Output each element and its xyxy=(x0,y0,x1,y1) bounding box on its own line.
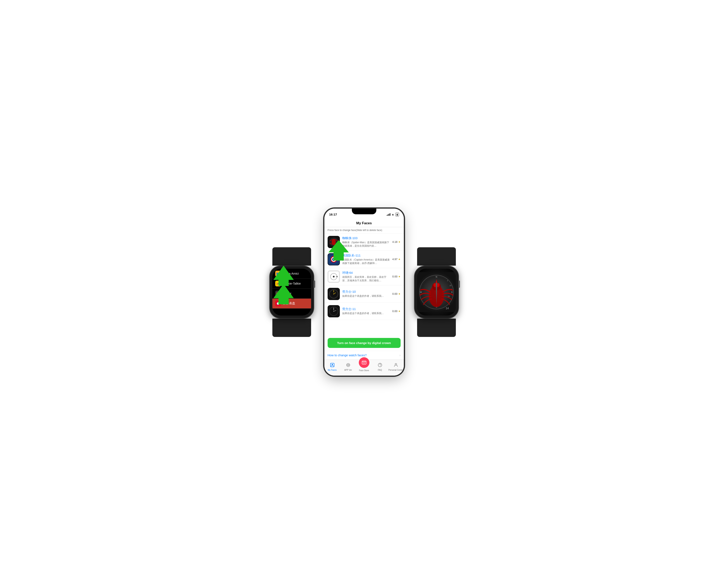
svg-text:E: E xyxy=(451,291,452,293)
face-desc-1: 蜘蛛侠（Spider-Man）是美国漫威漫画旗下超级英雄，是住在美国纽约皇… xyxy=(342,241,391,248)
face-item-1[interactable]: 蜘蛛侠-103 蜘蛛侠（Spider-Man）是美国漫威漫画旗下超级英雄，是住在… xyxy=(324,233,404,251)
face-desc-3: 就我而言，喜欢简单，喜欢安静，喜欢宇宙，灵魂来自于太阳系，我们都在… xyxy=(342,275,391,282)
svg-point-41 xyxy=(380,366,381,366)
svg-text:W: W xyxy=(420,291,422,293)
face-title-1: 蜘蛛侠-103 xyxy=(342,236,391,240)
watch-crown-left xyxy=(314,280,315,288)
face-item-5[interactable]: 劳力士-11 如果你是这个表盘的作者，请联系我… 0.00 ✦ xyxy=(324,303,404,320)
page-title: My Faces xyxy=(324,219,404,227)
status-icons: ▲ ▮ xyxy=(387,213,399,216)
rating-value-5: 0.00 xyxy=(392,310,397,313)
battery-icon: ▮ xyxy=(395,213,399,216)
svg-point-26 xyxy=(333,294,334,294)
spiderman-watch-face: N S W E 4 20 15 55 xyxy=(417,269,456,315)
watch-body-left: 👥 Trova Amici 📻 Walkie-Talkie 💳 Wallet ⌚… xyxy=(269,266,314,318)
signal-bar-1 xyxy=(387,215,387,216)
svg-text:4: 4 xyxy=(447,280,448,282)
watch-body-right: N S W E 4 20 15 55 xyxy=(414,266,459,318)
face-item-3[interactable]: 环绕-64 就我而言，喜欢简单，喜欢安静，喜欢宇宙，灵魂来自于太阳系，我们都在…… xyxy=(324,268,404,285)
face-desc-5: 如果你是这个表盘的作者，请联系我… xyxy=(342,312,391,315)
jing-icon: ⌚ xyxy=(275,301,281,306)
watch-left: 👥 Trova Amici 📻 Walkie-Talkie 💳 Wallet ⌚… xyxy=(269,247,314,337)
face-thumb-1 xyxy=(328,236,340,248)
wifi-icon: ▲ xyxy=(392,213,394,216)
wallet-icon: 💳 xyxy=(275,291,281,296)
tab-app-ver[interactable]: APP Ver xyxy=(340,362,356,371)
tab-faq-label: FAQ xyxy=(378,369,382,371)
svg-point-18 xyxy=(333,276,335,277)
tab-app-ver-label: APP Ver xyxy=(344,369,352,371)
watch-screen-right: N S W E 4 20 15 55 xyxy=(417,269,456,315)
face-item-2[interactable]: 美国队长-111 美国队长（Captain America）是美国漫威漫画旗下超… xyxy=(324,251,404,268)
star-icon-5: ✦ xyxy=(398,310,400,313)
face-thumb-5 xyxy=(328,305,340,317)
trova-label: Trova Amici xyxy=(283,272,299,275)
face-desc-2: 美国队长（Captain America）是美国漫威漫画旗下超级英雄，由乔·西蒙… xyxy=(342,258,391,265)
watch-screen-left: 👥 Trova Amici 📻 Walkie-Talkie 💳 Wallet ⌚… xyxy=(272,269,311,315)
watch-menu-trova: 👥 Trova Amici xyxy=(272,269,311,279)
star-icon-2: ✦ xyxy=(398,258,400,261)
watch-menu-wallet: 💳 Wallet xyxy=(272,289,311,299)
svg-text:20: 20 xyxy=(449,284,451,286)
watch-menu-walkie: 📻 Walkie-Talkie xyxy=(272,279,311,289)
face-rating-1: 4.18 ✦ xyxy=(392,240,400,244)
svg-point-32 xyxy=(333,311,334,312)
iphone-wrapper: 16:17 ▲ ▮ My Faces Press face to change … xyxy=(324,208,404,376)
app-content: My Faces Press face to change face(Slide… xyxy=(324,219,404,360)
face-info-3: 环绕-64 就我而言，喜欢简单，喜欢安静，喜欢宇宙，灵魂来自于太阳系，我们都在… xyxy=(342,271,391,282)
signal-bar-4 xyxy=(390,213,390,216)
watch-crown-right xyxy=(458,280,460,288)
tab-app-ver-icon xyxy=(345,362,352,368)
face-title-2: 美国队长-111 xyxy=(342,254,391,257)
face-rating-5: 0.00 ✦ xyxy=(392,310,400,313)
signal-bar-3 xyxy=(389,214,389,216)
face-info-2: 美国队长-111 美国队长（Captain America）是美国漫威漫画旗下超… xyxy=(342,254,391,265)
watch-menu-jing: ⌚ 静静表盘 xyxy=(272,299,311,309)
trova-icon: 👥 xyxy=(275,271,281,276)
face-thumb-2 xyxy=(328,253,340,266)
tab-personal-center-icon xyxy=(393,362,399,368)
watch-right: N S W E 4 20 15 55 xyxy=(414,247,459,337)
tab-face-store[interactable]: Face Store xyxy=(356,361,372,371)
svg-text:N: N xyxy=(436,276,437,278)
rating-value-3: 0.00 xyxy=(392,275,397,278)
signal-bars xyxy=(387,213,390,216)
jing-label: 静静表盘 xyxy=(283,302,295,305)
star-icon-4: ✦ xyxy=(398,292,400,296)
face-info-4: 劳力士-10 如果你是这个表盘的作者，请联系我… xyxy=(342,290,391,298)
watch-band-top-left xyxy=(272,247,311,266)
main-scene: 👥 Trova Amici 📻 Walkie-Talkie 💳 Wallet ⌚… xyxy=(242,208,487,376)
wallet-label: Wallet xyxy=(283,292,291,295)
face-item-4[interactable]: 劳力士-10 如果你是这个表盘的作者，请联系我… 0.00 ✦ xyxy=(324,285,404,303)
face-rating-4: 0.00 ✦ xyxy=(392,292,400,296)
digital-crown-button[interactable]: Turn on face change by digital crown xyxy=(328,338,400,348)
face-desc-4: 如果你是这个表盘的作者，请联系我… xyxy=(342,294,391,298)
face-rating-3: 0.00 ✦ xyxy=(392,275,400,278)
notch xyxy=(352,208,376,214)
watch-band-bottom-left xyxy=(272,318,311,337)
how-to-label: How to change watch faces? xyxy=(328,354,367,357)
face-thumb-3 xyxy=(328,271,340,283)
chevron-right-icon: › xyxy=(399,354,400,357)
signal-bar-2 xyxy=(388,214,388,216)
status-bar: 16:17 ▲ ▮ xyxy=(324,208,404,219)
rating-value-2: 4.97 xyxy=(392,258,397,261)
tab-personal-center[interactable]: Personal Center xyxy=(388,362,404,371)
face-title-3: 环绕-64 xyxy=(342,271,391,275)
face-info-1: 蜘蛛侠-103 蜘蛛侠（Spider-Man）是美国漫威漫画旗下超级英雄，是住在… xyxy=(342,236,391,248)
face-title-5: 劳力士-11 xyxy=(342,307,391,311)
rating-value-1: 4.18 xyxy=(392,240,397,244)
face-rating-2: 4.97 ✦ xyxy=(392,258,400,261)
page-subtitle: Press face to change face(Slide left to … xyxy=(324,227,404,233)
tab-face-store-label: Face Store xyxy=(359,369,369,371)
tab-my-faces[interactable]: My Faces xyxy=(324,362,340,371)
star-icon-3: ✦ xyxy=(398,275,400,278)
svg-rect-37 xyxy=(362,361,366,364)
tab-my-faces-icon xyxy=(329,362,336,368)
svg-point-34 xyxy=(332,364,333,365)
watch-band-bottom-right xyxy=(417,318,456,337)
iphone: 16:17 ▲ ▮ My Faces Press face to change … xyxy=(324,208,404,376)
face-list[interactable]: 蜘蛛侠-103 蜘蛛侠（Spider-Man）是美国漫威漫画旗下超级英雄，是住在… xyxy=(324,233,404,335)
tab-faq[interactable]: FAQ xyxy=(372,362,388,371)
svg-point-38 xyxy=(363,362,365,363)
